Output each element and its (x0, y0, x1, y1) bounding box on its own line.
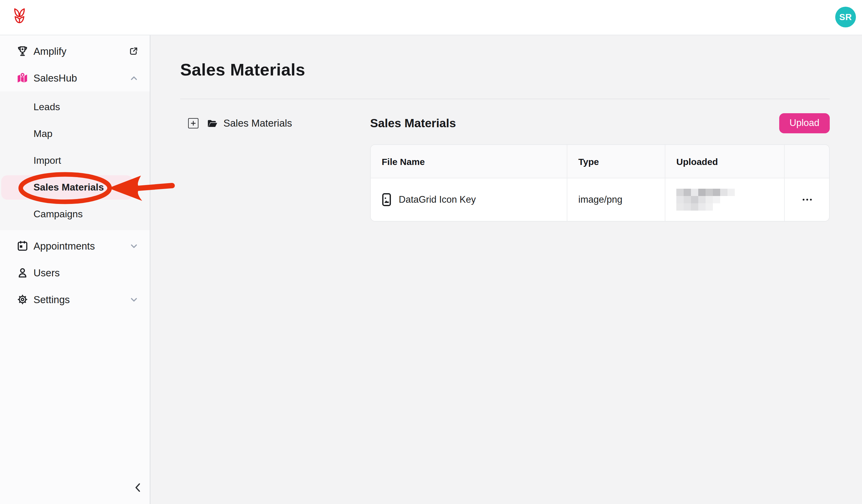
sidebar-collapse-button[interactable] (131, 481, 145, 494)
sidebar-item-appointments[interactable]: Appointments (0, 233, 150, 259)
sidebar-item-sales-materials[interactable]: Sales Materials (1, 175, 133, 200)
sidebar-item-settings[interactable]: Settings (0, 286, 150, 313)
table-row[interactable]: DataGrid Icon Key image/png (371, 178, 829, 221)
top-bar: SR (0, 0, 862, 35)
tree-node-label[interactable]: Sales Materials (223, 118, 292, 129)
uploaded-cell (665, 178, 784, 221)
sidebar-item-label: Users (34, 267, 60, 278)
map-pin-icon (16, 72, 29, 84)
sidebar-item-label: Settings (34, 294, 70, 305)
column-header-uploaded: Uploaded (665, 145, 784, 178)
sidebar-top-group: Amplify (0, 35, 150, 313)
sidebar-bottom-group: Appointments Users (0, 230, 150, 313)
page-title: Sales Materials (180, 60, 305, 80)
sidebar-item-label: Amplify (34, 45, 66, 57)
folder-tree-root: Sales Materials (188, 118, 292, 129)
sidebar-item-label: Campaigns (34, 209, 83, 220)
sidebar-item-label: Map (34, 129, 52, 140)
person-icon (16, 267, 29, 279)
column-header-actions (784, 145, 829, 178)
title-divider (180, 98, 830, 99)
file-type-cell: image/png (567, 178, 665, 221)
column-header-file-name: File Name (371, 145, 567, 178)
image-file-icon (382, 193, 391, 206)
column-header-type: Type (567, 145, 665, 178)
file-name-cell: DataGrid Icon Key (371, 178, 567, 221)
sidebar-item-label: Sales Materials (34, 182, 104, 193)
upload-button[interactable]: Upload (779, 113, 830, 133)
sidebar-item-amplify[interactable]: Amplify (0, 38, 150, 65)
files-table: File Name Type Uploaded DataGrid Icon Ke… (370, 144, 830, 222)
calendar-icon (16, 240, 29, 252)
user-avatar[interactable]: SR (835, 7, 856, 27)
sidebar-item-campaigns[interactable]: Campaigns (0, 201, 150, 228)
chevron-down-icon (129, 241, 139, 251)
file-name-text: DataGrid Icon Key (399, 194, 476, 205)
sidebar-item-label: Import (34, 155, 61, 166)
files-panel-header: Sales Materials Upload (370, 111, 830, 135)
sidebar-item-leads[interactable]: Leads (0, 94, 150, 120)
trophy-icon (16, 45, 29, 57)
saleshub-submenu: Leads Map Import Sales Materials Campaig… (0, 91, 150, 230)
sidebar-item-label: Appointments (34, 240, 95, 252)
folder-open-icon (206, 118, 219, 129)
sidebar-item-map[interactable]: Map (0, 120, 150, 147)
tree-expand-button[interactable] (188, 118, 198, 129)
redacted-timestamp (676, 189, 735, 211)
table-header-row: File Name Type Uploaded (371, 145, 829, 178)
main-content: Sales Materials Sales Materials Sales Ma… (151, 35, 862, 504)
sidebar-item-label: SalesHub (34, 72, 77, 84)
sidebar-item-label: Leads (34, 102, 60, 112)
chevron-up-icon (129, 73, 139, 83)
sidebar-item-users[interactable]: Users (0, 259, 150, 286)
chevron-down-icon (129, 294, 139, 305)
row-actions-button[interactable] (784, 178, 829, 221)
files-panel-heading: Sales Materials (370, 116, 456, 130)
sidebar-item-saleshub[interactable]: SalesHub (0, 65, 150, 91)
app-root: SR Amplify (0, 0, 862, 504)
brand-logo-icon[interactable] (12, 7, 27, 27)
sidebar-item-import[interactable]: Import (0, 147, 150, 174)
gear-icon (16, 293, 29, 306)
sidebar: Amplify (0, 35, 151, 504)
external-link-icon (129, 46, 139, 56)
